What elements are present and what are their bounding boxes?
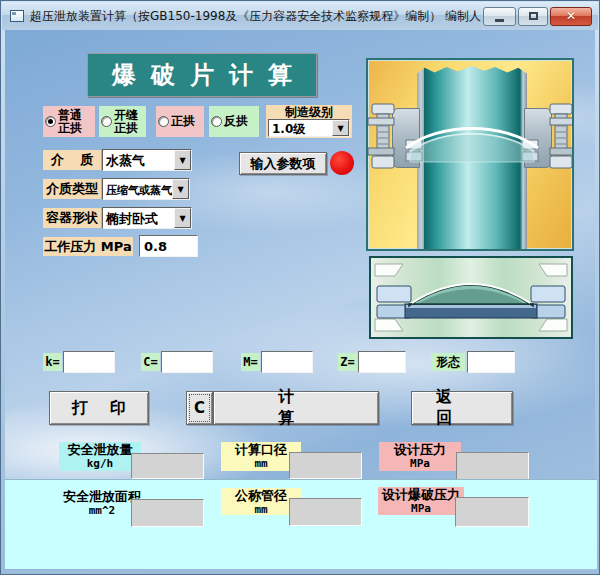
title-bar[interactable]: 超压泄放装置计算（按GB150-1998及《压力容器安全技术监察规程》编制） 编… <box>2 2 598 30</box>
design-burst-pressure-output <box>455 497 529 527</box>
chevron-down-icon[interactable]: ▼ <box>174 150 191 170</box>
vessel-shape-label: 容器形状 <box>43 208 101 228</box>
radio-icon <box>45 116 56 127</box>
design-burst-pressure-label: 设计爆破压力MPa <box>378 487 464 515</box>
disc-dome-graphic <box>368 60 574 251</box>
form-label: 形态 <box>431 353 465 371</box>
window-title: 超压泄放装置计算（按GB150-1998及《压力容器安全技术监察规程》编制） 编… <box>30 8 483 25</box>
close-button[interactable]: ✕ <box>550 7 592 26</box>
nominal-pipe-diameter-output <box>289 498 362 526</box>
k-input[interactable] <box>63 351 115 373</box>
close-icon: ✕ <box>566 9 576 23</box>
app-window: 超压泄放装置计算（按GB150-1998及《压力容器安全技术监察规程》编制） 编… <box>0 0 600 575</box>
working-pressure-label: 工作压力 MPa <box>43 237 133 256</box>
chevron-down-icon[interactable]: ▼ <box>174 208 191 228</box>
grade-value: 1.0级 <box>269 120 332 136</box>
medium-select[interactable]: 水蒸气 ▼ <box>102 149 192 171</box>
medium-type-label: 介质类型 <box>43 179 101 199</box>
radio-icon <box>158 116 169 127</box>
m-input[interactable] <box>261 351 313 373</box>
input-params-button[interactable]: 输入参数项 <box>239 152 327 175</box>
calculate-button[interactable]: 计算 <box>213 391 379 425</box>
maximize-button[interactable] <box>518 7 548 26</box>
safe-discharge-label: 安全泄放量kg/h <box>59 442 141 471</box>
medium-type-value: 压缩气或蒸气 <box>103 179 172 199</box>
medium-value: 水蒸气 <box>103 150 174 170</box>
radio-label: 反拱 <box>224 115 248 128</box>
radio-icon <box>101 116 112 127</box>
chevron-down-icon[interactable]: ▼ <box>332 120 349 136</box>
medium-type-select[interactable]: 压缩气或蒸气 ▼ <box>102 178 190 200</box>
grade-label: 制造级别 <box>268 105 350 119</box>
radio-label: 普通 <box>58 109 82 122</box>
form-input[interactable] <box>467 351 515 373</box>
m-label: M= <box>241 353 260 371</box>
grade-select[interactable]: 1.0级 ▼ <box>268 119 350 137</box>
print-button[interactable]: 打印 <box>49 391 149 425</box>
vessel-shape-value: 椭封卧式 <box>103 208 174 228</box>
radio-slotted-forward-dome[interactable]: 开缝正拱 <box>99 106 146 137</box>
radio-label: 开缝 <box>114 109 138 122</box>
radio-normal-forward-dome[interactable]: 普通正拱 <box>43 106 95 137</box>
back-button[interactable]: 返回 <box>411 391 513 425</box>
radio-reverse-dome[interactable]: 反拱 <box>209 106 259 137</box>
minimize-button[interactable] <box>483 7 516 26</box>
grade-group: 制造级别 1.0级 ▼ <box>266 105 352 138</box>
maximize-icon <box>529 12 538 20</box>
status-indicator-light <box>330 151 354 175</box>
c-label: C= <box>141 353 160 371</box>
rupture-disc-assembly-image <box>366 58 574 251</box>
z-input[interactable] <box>358 351 406 373</box>
c-input[interactable] <box>161 351 213 373</box>
z-label: Z= <box>338 353 357 371</box>
safe-discharge-output <box>131 453 204 479</box>
design-pressure-label: 设计压力MPa <box>379 442 461 471</box>
disc-section-graphic <box>371 258 571 337</box>
medium-label: 介 质 <box>43 150 101 170</box>
working-pressure-input[interactable] <box>139 235 198 257</box>
clear-button[interactable]: C <box>186 391 213 425</box>
vessel-shape-select[interactable]: 椭封卧式 ▼ <box>102 207 192 229</box>
minimize-icon <box>495 19 504 22</box>
chevron-down-icon[interactable]: ▼ <box>172 179 189 199</box>
design-pressure-output <box>456 452 529 480</box>
app-icon <box>10 10 24 22</box>
radio-label: 正拱 <box>171 115 195 128</box>
safe-discharge-area-output <box>131 499 204 527</box>
radio-forward-dome[interactable]: 正拱 <box>156 106 204 137</box>
disc-cross-section-image <box>369 256 573 339</box>
calc-diameter-output <box>289 452 362 479</box>
radio-icon <box>211 116 222 127</box>
k-label: k= <box>43 353 62 371</box>
page-title: 爆破片计算 <box>87 53 317 97</box>
